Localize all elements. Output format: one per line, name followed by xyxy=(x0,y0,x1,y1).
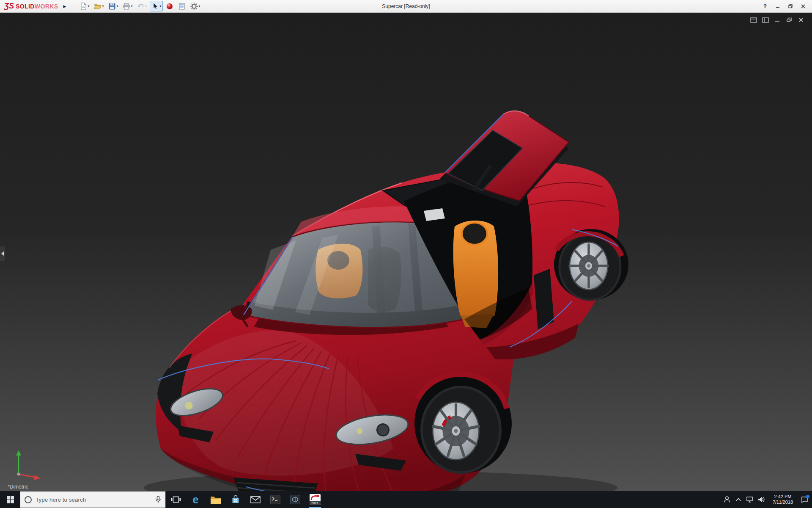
window-controls: ? xyxy=(759,1,812,12)
edge-icon: e xyxy=(192,494,198,505)
people-button[interactable] xyxy=(721,491,732,508)
start-button[interactable] xyxy=(0,491,20,508)
document-window-controls xyxy=(749,17,805,23)
dropdown-caret: ▾ xyxy=(145,5,147,8)
new-document-button[interactable]: ▾ xyxy=(78,1,91,11)
dark-app-button[interactable] xyxy=(285,491,305,508)
taskbar-search[interactable] xyxy=(20,491,166,508)
chevron-left-icon xyxy=(1,251,4,256)
mail-button[interactable] xyxy=(245,491,265,508)
view-orientation-label: *Dimetric xyxy=(8,484,28,490)
minimize-icon xyxy=(775,4,780,9)
headrest xyxy=(462,223,487,245)
doc-window-icon-b[interactable] xyxy=(761,17,770,23)
doc-minimize-button[interactable] xyxy=(773,17,782,23)
volume-icon xyxy=(757,496,765,503)
taskbar-clock[interactable]: 2:42 PM 7/11/2018 xyxy=(767,494,799,505)
dropdown-caret: ▾ xyxy=(159,5,161,8)
titlebar: ƷS SOLID WORKS ▶ ▾ ▾ xyxy=(0,0,812,13)
terminal-icon xyxy=(270,495,280,504)
logo-solid-text: SOLID xyxy=(16,3,35,10)
volume-button[interactable] xyxy=(755,491,767,508)
action-center-button[interactable] xyxy=(799,491,810,508)
solidworks-version-badge: 2017 xyxy=(310,501,321,505)
restore-icon xyxy=(788,4,793,9)
file-properties-button[interactable] xyxy=(176,1,187,11)
store-button[interactable] xyxy=(225,491,245,508)
options-button[interactable]: ▾ xyxy=(189,1,202,11)
appearance-button[interactable] xyxy=(164,1,175,11)
doc-restore-button[interactable] xyxy=(785,17,793,23)
open-button[interactable]: ▾ xyxy=(92,1,105,11)
cortana-icon[interactable] xyxy=(25,496,32,503)
notification-badge xyxy=(806,495,809,498)
graphics-viewport[interactable]: *Dimetric xyxy=(0,13,812,491)
clock-date: 7/11/2018 xyxy=(768,500,798,505)
file-explorer-button[interactable] xyxy=(206,491,225,508)
window-title: Supercar [Read-only] xyxy=(382,0,430,13)
open-folder-icon xyxy=(94,3,102,10)
ds-logo-glyph: ƷS xyxy=(4,2,14,11)
print-button[interactable]: ▾ xyxy=(121,1,134,11)
hidden-icons-button[interactable] xyxy=(732,491,744,508)
triad-y-axis xyxy=(16,450,21,456)
solidworks-app-icon: 2017 xyxy=(310,494,321,505)
system-tray: 2:42 PM 7/11/2018 xyxy=(721,491,812,508)
print-icon xyxy=(123,3,130,10)
select-cursor-icon xyxy=(151,3,159,10)
close-button[interactable] xyxy=(797,1,809,12)
desktop-screen: ƷS SOLID WORKS ▶ ▾ ▾ xyxy=(0,0,812,508)
network-icon xyxy=(746,496,754,503)
rear-wheel[interactable] xyxy=(554,229,628,300)
quick-access-toolbar: ▾ ▾ ▾ xyxy=(78,1,202,11)
save-floppy-icon xyxy=(108,3,116,10)
minimize-button[interactable] xyxy=(771,1,784,12)
search-input[interactable] xyxy=(36,497,151,503)
cube-app-icon xyxy=(290,495,300,504)
undo-icon xyxy=(137,3,145,10)
red-sphere-icon xyxy=(166,3,173,10)
terminal-button[interactable] xyxy=(265,491,285,508)
dropdown-caret: ▾ xyxy=(102,5,104,8)
restore-button[interactable] xyxy=(784,1,797,12)
logo-works-text: WORKS xyxy=(35,3,58,10)
doc-window-icon-a[interactable] xyxy=(749,17,758,23)
taskbar: e xyxy=(0,491,812,508)
store-bag-icon xyxy=(231,495,240,504)
mail-envelope-icon xyxy=(250,496,261,503)
feature-panel-collapse-tab[interactable] xyxy=(0,246,5,261)
task-view-icon xyxy=(171,495,181,504)
help-button[interactable]: ? xyxy=(759,1,771,12)
dropdown-caret: ▾ xyxy=(198,5,200,8)
chevron-up-icon xyxy=(735,497,741,502)
undo-button[interactable]: ▾ xyxy=(135,1,148,11)
windows-logo-icon xyxy=(7,496,14,503)
front-wheel[interactable] xyxy=(414,373,512,473)
dropdown-caret: ▾ xyxy=(116,5,118,8)
task-view-button[interactable] xyxy=(166,491,186,508)
menu-expand-arrow[interactable]: ▶ xyxy=(63,4,66,8)
gear-icon xyxy=(190,3,198,10)
dropdown-caret: ▾ xyxy=(88,5,89,8)
solidworks-logo: ƷS SOLID WORKS xyxy=(0,2,58,11)
doc-close-button[interactable] xyxy=(797,17,805,23)
orientation-triad[interactable] xyxy=(8,448,49,482)
network-button[interactable] xyxy=(744,491,755,508)
supercar-model[interactable] xyxy=(0,13,812,491)
people-icon xyxy=(723,496,731,503)
triad-x-axis xyxy=(34,475,41,480)
solidworks-app-button[interactable]: 2017 xyxy=(305,491,325,508)
file-properties-icon xyxy=(178,3,186,10)
save-button[interactable]: ▾ xyxy=(107,1,120,11)
microphone-icon[interactable] xyxy=(155,496,161,503)
clock-time: 2:42 PM xyxy=(768,494,798,500)
close-icon xyxy=(801,4,806,9)
edge-browser-button[interactable]: e xyxy=(186,491,206,508)
new-document-icon xyxy=(80,3,87,10)
dropdown-caret: ▾ xyxy=(131,5,132,8)
select-tool-button[interactable]: ▾ xyxy=(150,1,163,11)
file-explorer-icon xyxy=(210,495,221,504)
